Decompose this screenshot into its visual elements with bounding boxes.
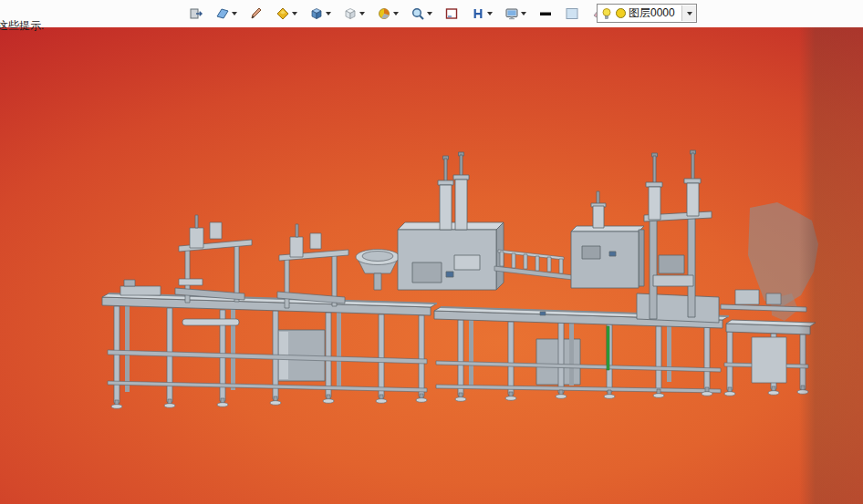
shaded-display-button[interactable]	[307, 2, 333, 26]
datum-display-button[interactable]	[213, 2, 239, 26]
station-2-gantry	[277, 224, 348, 308]
chevron-down-icon	[427, 12, 432, 15]
hatch-button[interactable]	[469, 2, 494, 26]
lightbulb-icon	[600, 6, 613, 21]
toolbar-buttons	[187, 0, 615, 27]
shaded-cube-icon	[309, 6, 324, 21]
pen-icon	[249, 6, 264, 21]
chevron-down-icon	[292, 12, 297, 15]
magnifier-icon	[411, 6, 425, 21]
machine-3d-model[interactable]	[0, 27, 863, 504]
zoom-button[interactable]	[409, 2, 434, 26]
bowl-feeder	[356, 250, 400, 291]
layer-dropdown-button[interactable]	[681, 5, 696, 21]
blue-swatch-icon	[565, 6, 579, 21]
model-viewport[interactable]	[0, 27, 863, 504]
chevron-down-icon	[232, 12, 237, 15]
export-icon	[189, 6, 203, 21]
chevron-down-icon	[359, 12, 365, 15]
cad-application-window: 图层0000 这些提示.	[0, 0, 863, 504]
mid-cabinet-station	[571, 191, 644, 288]
wireframe-display-button[interactable]	[341, 2, 367, 26]
letter-h-icon	[471, 6, 485, 21]
export-button[interactable]	[187, 2, 205, 26]
datum-plane-icon	[215, 6, 230, 21]
chevron-down-icon	[487, 12, 493, 15]
frame-icon	[444, 6, 459, 21]
background-color-button[interactable]	[563, 2, 581, 26]
hint-text: 这些提示.	[0, 18, 44, 34]
wireframe-cube-icon	[343, 6, 358, 21]
viewport-frame-button[interactable]	[442, 2, 461, 26]
appearance-button[interactable]	[274, 2, 299, 26]
screen-capture-button[interactable]	[503, 2, 528, 26]
layer-selector[interactable]: 图层0000	[597, 4, 697, 23]
sketch-pen-button[interactable]	[247, 2, 265, 26]
green-indicator-rod	[607, 326, 609, 370]
chevron-down-icon	[521, 12, 526, 15]
monitor-icon	[504, 6, 519, 21]
twin-cylinder-towers	[637, 150, 719, 323]
thick-line-icon	[538, 6, 553, 21]
line-width-button[interactable]	[536, 2, 555, 26]
color-wheel-icon	[377, 6, 391, 21]
chevron-down-icon	[326, 12, 331, 15]
pin-rack-conveyor	[494, 250, 573, 315]
layer-color-swatch	[616, 8, 626, 18]
chevron-down-icon	[393, 12, 399, 15]
gold-material-icon	[276, 6, 290, 21]
color-wheel-button[interactable]	[375, 2, 400, 26]
chevron-down-icon	[687, 12, 692, 15]
press-station	[398, 152, 504, 290]
layer-name-label: 图层0000	[629, 5, 679, 21]
station-1-gantry	[175, 215, 252, 303]
toolbar: 图层0000	[0, 0, 863, 27]
